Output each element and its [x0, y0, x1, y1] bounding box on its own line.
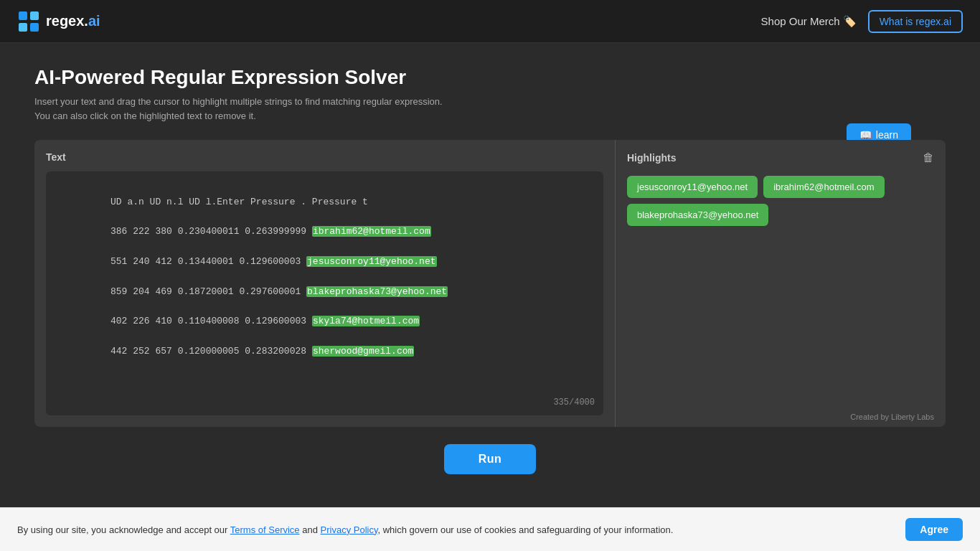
text-line-5: 402 226 410 0.110400008 0.129600003 skyl…: [110, 316, 420, 326]
text-line-4: 859 204 469 0.18720001 0.297600001 blake…: [110, 286, 448, 297]
email-highlight-3[interactable]: blakeprohaska73@yehoo.net: [306, 286, 448, 297]
privacy-link[interactable]: Privacy Policy: [321, 524, 378, 535]
svg-rect-2: [19, 23, 27, 32]
highlights-header: Highlights 🗑: [627, 151, 934, 164]
run-button[interactable]: Run: [444, 444, 537, 474]
text-line-3: 551 240 412 0.13440001 0.129600003 jesus…: [110, 256, 436, 267]
learn-icon: 📖: [859, 129, 872, 141]
what-is-button[interactable]: What is regex.ai: [868, 10, 963, 33]
text-panel: Text UD a.n UD n.l UD l.Enter Pressure .…: [34, 140, 616, 427]
logo-text: regex.ai: [46, 13, 100, 29]
page-subtitle: Insert your text and drag the cursor to …: [34, 95, 946, 123]
trash-icon[interactable]: 🗑: [923, 151, 934, 164]
card-footer: Created by Liberty Labs: [850, 413, 934, 421]
header-area: AI-Powered Regular Expression Solver Ins…: [34, 66, 946, 123]
merch-emoji: 🏷️: [843, 15, 857, 28]
main-card: Text UD a.n UD n.l UD l.Enter Pressure .…: [34, 140, 946, 427]
tos-link[interactable]: Terms of Service: [230, 524, 300, 535]
logo-icon: [17, 10, 40, 33]
page-title: AI-Powered Regular Expression Solver: [34, 66, 946, 89]
agree-button[interactable]: Agree: [905, 518, 963, 541]
main-content: AI-Powered Regular Expression Solver Ins…: [0, 43, 980, 486]
highlights-panel: Highlights 🗑 jesusconroy11@yehoo.net ibr…: [616, 140, 946, 427]
run-button-wrap: Run: [34, 427, 946, 486]
navbar: regex.ai Shop Our Merch 🏷️ What is regex…: [0, 0, 980, 43]
cookie-text: By using our site, you acknowledge and a…: [17, 524, 673, 535]
logo-area: regex.ai: [17, 10, 100, 33]
text-line-1: UD a.n UD n.l UD l.Enter Pressure . Pres…: [110, 197, 368, 207]
highlight-tag-2[interactable]: blakeprohaska73@yehoo.net: [627, 204, 768, 226]
email-highlight-1[interactable]: ibrahim62@hotmeil.com: [312, 226, 431, 237]
highlight-tag-0[interactable]: jesusconroy11@yehoo.net: [627, 176, 758, 198]
highlight-tags: jesusconroy11@yehoo.net ibrahim62@hotmei…: [627, 176, 934, 226]
text-content: UD a.n UD n.l UD l.Enter Pressure . Pres…: [55, 180, 595, 374]
shop-merch-link[interactable]: Shop Our Merch 🏷️: [761, 15, 857, 28]
text-line-2: 386 222 380 0.230400011 0.263999999 ibra…: [110, 226, 431, 237]
email-highlight-5[interactable]: sherwood@gmeil.com: [312, 346, 414, 357]
highlight-tag-1[interactable]: ibrahim62@hotmeil.com: [763, 176, 884, 198]
highlights-label: Highlights: [627, 152, 676, 164]
email-highlight-2[interactable]: jesusconroy11@yehoo.net: [306, 256, 436, 267]
cookie-banner: By using our site, you acknowledge and a…: [0, 507, 980, 551]
svg-rect-3: [30, 23, 39, 32]
svg-rect-0: [19, 11, 27, 20]
navbar-right: Shop Our Merch 🏷️ What is regex.ai: [761, 10, 963, 33]
text-line-6: 442 252 657 0.120000005 0.283200028 sher…: [110, 346, 414, 357]
text-area[interactable]: UD a.n UD n.l UD l.Enter Pressure . Pres…: [46, 171, 603, 415]
svg-rect-1: [30, 11, 39, 20]
text-panel-label: Text: [46, 151, 603, 163]
email-highlight-4[interactable]: skyla74@hotmeil.com: [312, 316, 420, 326]
char-count: 335/4000: [553, 396, 595, 410]
